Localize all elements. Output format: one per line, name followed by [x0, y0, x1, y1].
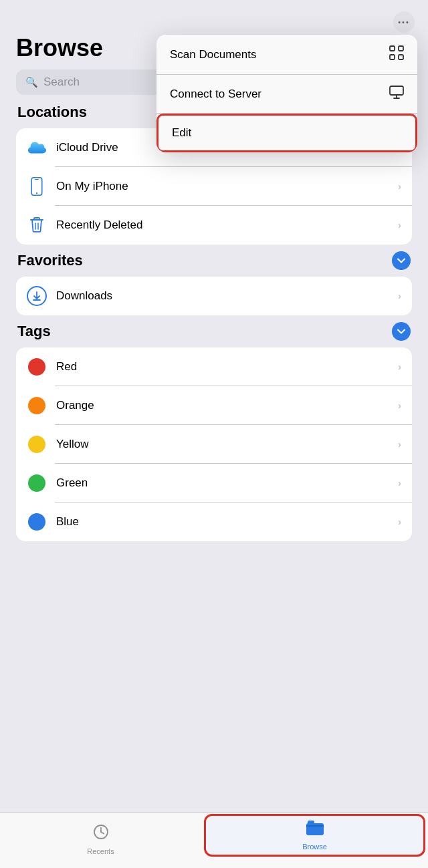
recently-deleted-label: Recently Deleted: [56, 219, 389, 232]
recents-tab-icon: [92, 823, 110, 845]
favorites-collapse-button[interactable]: [392, 251, 411, 270]
tag-orange-label: Orange: [56, 399, 389, 412]
favorites-title: Favorites: [17, 252, 83, 269]
locations-title: Locations: [17, 104, 87, 121]
tags-section-header: Tags: [16, 322, 412, 341]
icloud-icon: [27, 138, 47, 158]
tag-yellow-chevron: ›: [398, 438, 401, 450]
tags-list: Red › Orange › Yellow › Green ›: [16, 347, 412, 541]
tag-blue-label: Blue: [56, 515, 389, 529]
downloads-label: Downloads: [56, 289, 389, 303]
svg-rect-4: [394, 51, 399, 54]
ellipsis-icon: •••: [398, 18, 410, 26]
tag-yellow-item[interactable]: Yellow ›: [16, 425, 412, 464]
tag-green-chevron: ›: [398, 477, 401, 488]
favorites-section-header: Favorites: [16, 251, 412, 270]
dropdown-menu: Scan Documents Connect to Server Edit: [156, 35, 417, 152]
tag-red-item[interactable]: Red ›: [16, 347, 412, 386]
svg-rect-18: [306, 825, 324, 827]
recently-deleted-item[interactable]: Recently Deleted ›: [16, 206, 412, 245]
top-bar: •••: [0, 0, 428, 35]
browse-tab-icon: [306, 820, 324, 840]
trash-icon: [27, 215, 47, 235]
ellipsis-button[interactable]: •••: [393, 11, 415, 33]
svg-point-9: [36, 192, 37, 194]
svg-line-16: [101, 832, 104, 834]
search-icon: 🔍: [25, 76, 38, 88]
tag-red-chevron: ›: [398, 361, 401, 372]
tag-orange-icon: [27, 396, 47, 416]
tag-blue-item[interactable]: Blue ›: [16, 502, 412, 541]
tab-browse[interactable]: Browse: [204, 814, 425, 857]
on-my-iphone-label: On My iPhone: [56, 180, 389, 193]
downloads-chevron: ›: [398, 290, 401, 301]
scan-documents-icon: [389, 45, 404, 63]
tag-blue-chevron: ›: [398, 516, 401, 527]
tag-red-label: Red: [56, 360, 389, 374]
dropdown-item-connect-to-server[interactable]: Connect to Server: [156, 75, 417, 114]
svg-rect-5: [390, 86, 403, 95]
svg-rect-17: [306, 823, 324, 835]
tag-red-icon: [27, 357, 47, 377]
iphone-icon: [27, 176, 47, 196]
svg-rect-3: [399, 55, 403, 59]
search-placeholder: Search: [43, 76, 80, 89]
tags-title: Tags: [17, 323, 51, 340]
favorites-list: Downloads ›: [16, 277, 412, 315]
on-my-iphone-chevron: ›: [398, 180, 401, 192]
tags-section: Tags Red › Orange › Yellow ›: [0, 322, 428, 541]
downloads-icon: [27, 286, 47, 306]
downloads-item[interactable]: Downloads ›: [16, 277, 412, 315]
connect-server-icon: [389, 86, 404, 102]
tag-yellow-label: Yellow: [56, 438, 389, 451]
dropdown-item-scan-documents[interactable]: Scan Documents: [156, 35, 417, 75]
favorites-section: Favorites Downloads ›: [0, 251, 428, 315]
tags-collapse-button[interactable]: [392, 322, 411, 341]
tab-recents[interactable]: Recents: [0, 819, 201, 859]
recents-tab-label: Recents: [87, 847, 114, 855]
tag-green-label: Green: [56, 476, 389, 490]
tag-orange-chevron: ›: [398, 400, 401, 411]
svg-rect-1: [399, 46, 403, 51]
tag-blue-icon: [27, 512, 47, 532]
svg-rect-19: [308, 821, 314, 825]
svg-rect-2: [390, 55, 395, 59]
tag-green-item[interactable]: Green ›: [16, 464, 412, 502]
tag-yellow-icon: [27, 434, 47, 454]
browse-tab-label: Browse: [302, 843, 327, 851]
svg-rect-0: [390, 46, 395, 51]
recently-deleted-chevron: ›: [398, 219, 401, 231]
tab-bar: Recents Browse: [0, 812, 428, 868]
dropdown-item-edit[interactable]: Edit: [156, 114, 417, 152]
tag-orange-item[interactable]: Orange ›: [16, 386, 412, 425]
on-my-iphone-item[interactable]: On My iPhone ›: [16, 167, 412, 206]
tag-green-icon: [27, 473, 47, 493]
